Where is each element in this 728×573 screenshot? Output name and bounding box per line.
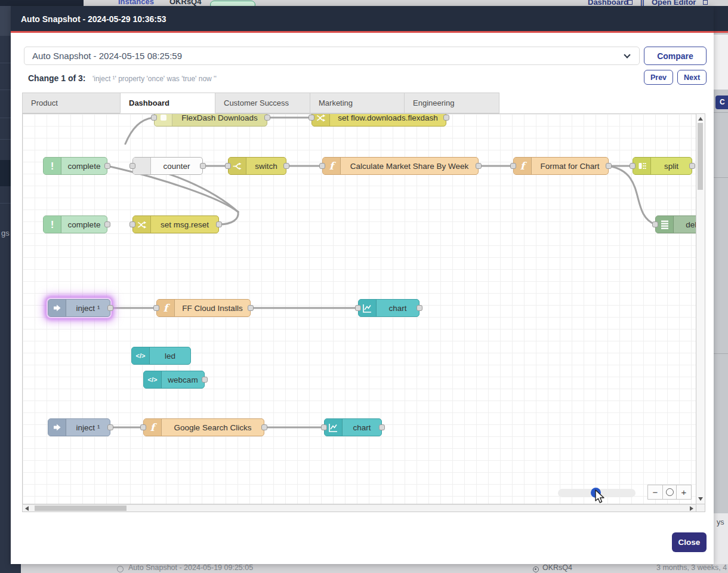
snapshot-select-value: Auto Snapshot - 2024-05-15 08:25:59 [24,47,639,64]
node-set-flow-downloads-flexdash[interactable]: set flow.downloads.flexdash [311,113,446,127]
tab-engineering[interactable]: Engineering [404,93,499,113]
port-out[interactable] [417,305,422,311]
open-editor-link[interactable]: Open Editor [652,0,696,6]
tab-product[interactable]: Product [22,93,121,113]
compare-button[interactable]: Compare [644,47,707,65]
zoom-slider[interactable] [558,489,636,497]
node-label: debug [674,220,696,229]
port-out[interactable] [107,305,113,311]
background-table-fragment [714,90,728,513]
node-set-msg-reset[interactable]: set msg.reset [132,215,219,233]
port-out[interactable] [216,221,222,227]
node-calculate-market-share-by-week[interactable]: fCalculate Market Share By Week [322,157,479,175]
chart-icon [325,419,343,436]
port-out[interactable] [606,163,612,169]
node-format-for-chart[interactable]: fFormat for Chart [513,157,609,175]
node-debug[interactable]: debug [655,215,696,233]
flow-canvas-wrap: FlexDash Downloadsset flow.downloads.fle… [22,113,705,512]
node-flexdash-downloads[interactable]: FlexDash Downloads [154,113,267,127]
port-out[interactable] [104,163,110,169]
node-inject-2[interactable]: inject ¹ [48,418,110,436]
function-icon: f [157,300,175,316]
scroll-up-arrow-icon[interactable] [698,117,703,121]
port-in[interactable] [129,221,135,227]
node-google-search-clicks[interactable]: fGoogle Search Clicks [143,418,264,436]
dialog-title: Auto Snapshot - 2024-05-29 10:36:53 [11,14,166,24]
tab-bar: ProductDashboardCustomer SuccessMarketin… [22,93,499,113]
port-in[interactable] [630,163,636,169]
port-out[interactable] [264,115,270,121]
node-inject-1[interactable]: inject ¹ [48,299,110,317]
vertical-scrollbar-thumb[interactable] [698,123,703,190]
node-webcam[interactable]: </>webcam [143,371,205,389]
port-in[interactable] [140,424,146,430]
port-in[interactable] [309,115,314,121]
scroll-down-arrow-icon[interactable] [698,497,703,501]
port-out[interactable] [283,163,289,169]
node-counter[interactable]: counter [132,157,203,175]
external-link-icon [628,0,633,5]
background-compare-button-fragment[interactable]: C [715,96,728,109]
zoom-in-button[interactable]: + [677,485,691,499]
background-instance-name: OKRsQ4 [542,564,572,572]
port-out[interactable] [202,377,208,383]
port-out[interactable] [107,424,113,430]
port-in[interactable] [319,163,325,169]
node-label: switch [246,162,286,171]
node-label: chart [343,423,381,432]
node-label: Google Search Clicks [162,423,264,432]
dashboard-link[interactable]: Dashboard [588,0,628,6]
node-led[interactable]: </>led [131,347,191,365]
snapshot-select[interactable]: Auto Snapshot - 2024-05-15 08:25:59 [24,47,640,65]
background-table-row: Auto Snapshot - 2024-05-19 09:25:05 OKRs… [21,564,728,573]
port-in[interactable] [151,115,157,121]
sidebar-item-label[interactable]: gs [1,229,10,238]
node-ff-cloud-installs[interactable]: fFF Cloud Installs [156,299,251,317]
port-out[interactable] [443,115,449,121]
port-out[interactable] [200,163,206,169]
node-switch[interactable]: switch [228,157,286,175]
port-out[interactable] [104,221,110,227]
background-text-fragment: ys [717,518,724,526]
scroll-right-arrow-icon[interactable] [690,506,693,511]
node-chart-2[interactable]: chart [324,418,382,436]
horizontal-scrollbar[interactable] [22,504,696,512]
node-label: led [150,352,190,361]
flow-canvas[interactable]: FlexDash Downloadsset flow.downloads.fle… [22,113,696,504]
node-complete-1[interactable]: !complete [43,157,107,175]
horizontal-scrollbar-thumb[interactable] [35,506,127,511]
port-in[interactable] [652,221,658,227]
port-out[interactable] [689,163,695,169]
scroll-left-arrow-icon[interactable] [25,506,29,511]
zoom-out-button[interactable]: − [648,485,662,499]
inject-icon [48,419,66,436]
node-complete-2[interactable]: !complete [43,215,107,233]
port-in[interactable] [225,163,231,169]
port-in[interactable] [153,305,159,311]
port-out[interactable] [261,424,267,430]
prev-button[interactable]: Prev [644,70,673,85]
port-out[interactable] [476,163,482,169]
zoom-reset-button[interactable] [662,485,677,499]
close-button[interactable]: Close [672,532,707,552]
exclamation-icon: ! [44,158,61,174]
node-split[interactable]: split [633,157,692,175]
tab-dashboard[interactable]: Dashboard [120,93,215,113]
port-in[interactable] [355,305,361,311]
next-button[interactable]: Next [677,70,707,85]
zoom-controls: − + [647,485,692,500]
node-chart-1[interactable]: chart [358,299,419,317]
background-snapshot-name: Auto Snapshot - 2024-05-19 09:25:05 [128,564,253,572]
port-in[interactable] [321,424,327,430]
port-in[interactable] [129,163,135,169]
port-out[interactable] [248,305,254,311]
tab-marketing[interactable]: Marketing [310,93,405,113]
tab-customer-success[interactable]: Customer Success [215,93,310,113]
external-link-icon [703,0,708,5]
vertical-scrollbar[interactable] [696,113,705,504]
port-out[interactable] [379,424,385,430]
node-label: FlexDash Downloads [172,113,267,122]
port-in[interactable] [510,163,516,169]
zoom-slider-handle[interactable] [591,488,601,498]
breadcrumb-instances-link[interactable]: Instances [118,0,154,6]
